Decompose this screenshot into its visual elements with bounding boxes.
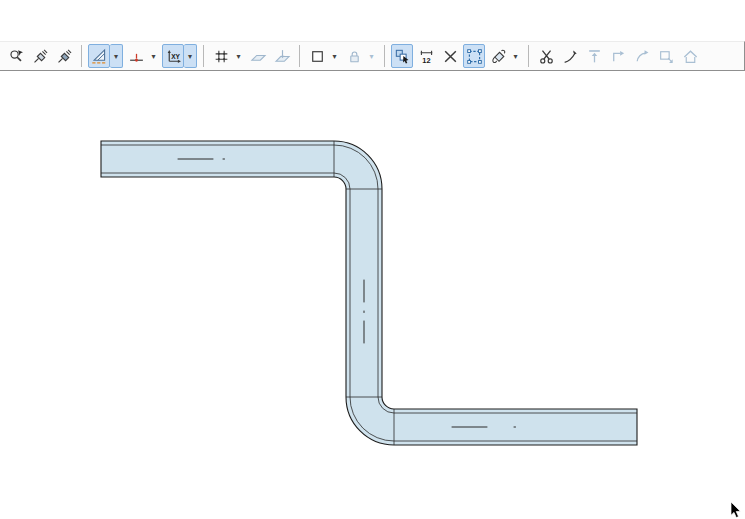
- auto-intersect-dropdown[interactable]: ▾: [328, 44, 341, 68]
- dropdown-arrow-icon: ▾: [151, 52, 155, 61]
- fill-dropdown[interactable]: ▾: [509, 44, 522, 68]
- auto-intersect-combo: ▾: [306, 44, 341, 68]
- square-outline-icon: [309, 48, 326, 65]
- coordinate-input-dropdown[interactable]: ▾: [184, 44, 197, 68]
- dimension-units-icon: 12: [418, 48, 435, 65]
- trim-knife-icon: [562, 48, 579, 65]
- home-view-button[interactable]: [679, 44, 701, 68]
- frame-resize-icon: [658, 48, 675, 65]
- edit-selection-set-button[interactable]: [463, 44, 485, 68]
- corner-arrow-icon: [610, 48, 627, 65]
- fillet-chamfer-button[interactable]: [631, 44, 653, 68]
- trim-button[interactable]: [559, 44, 581, 68]
- dropdown-arrow-icon: ▾: [369, 52, 373, 61]
- pick-up-parameters-button[interactable]: [29, 44, 51, 68]
- find-select-icon: [8, 48, 25, 65]
- inject-parameters-button[interactable]: [53, 44, 75, 68]
- suspend-groups-button[interactable]: [391, 44, 413, 68]
- gravity-icon: [250, 48, 267, 65]
- explode-button[interactable]: [439, 44, 461, 68]
- toolbar-separator: [203, 45, 204, 67]
- coordinate-input-combo: XY ▾: [162, 44, 197, 68]
- drawing-canvas[interactable]: [0, 72, 745, 519]
- toolbar-separator: [81, 45, 82, 67]
- pick-up-parameters-icon: [32, 48, 49, 65]
- guide-lines-dropdown[interactable]: ▾: [110, 44, 123, 68]
- curved-arrow-icon: [634, 48, 651, 65]
- align-top-arrow-icon: [586, 48, 603, 65]
- gravity-button[interactable]: [247, 44, 269, 68]
- fill-button[interactable]: [487, 44, 509, 68]
- inject-parameters-icon: [56, 48, 73, 65]
- snap-guides-combo: ▾: [125, 44, 160, 68]
- edit-selection-set-icon: [466, 48, 483, 65]
- guide-lines-button[interactable]: [88, 44, 110, 68]
- explode-icon: [442, 48, 459, 65]
- guide-lines-combo: ▾: [88, 44, 123, 68]
- duct-body[interactable]: [101, 141, 637, 445]
- fill-combo: ▾: [487, 44, 522, 68]
- lock-combo: ▾: [343, 44, 378, 68]
- extend-corner-button[interactable]: [607, 44, 629, 68]
- main-toolbar: ▾ ▾ XY: [0, 41, 745, 71]
- toolbar-separator: [528, 45, 529, 67]
- dimension-units-button[interactable]: 12: [415, 44, 437, 68]
- gravity-elevation-icon: [274, 48, 291, 65]
- gravity-elevation-button[interactable]: [271, 44, 293, 68]
- xy-label: XY: [171, 53, 180, 60]
- suspend-groups-icon: [394, 48, 411, 65]
- dropdown-arrow-icon: ▾: [188, 52, 192, 61]
- house-icon: [682, 48, 699, 65]
- dropdown-arrow-icon: ▾: [513, 52, 517, 61]
- toolbar-separator: [384, 45, 385, 67]
- application-window: ▾ ▾ XY: [0, 0, 745, 519]
- snap-guides-icon: [128, 48, 145, 65]
- grid-snap-icon: [213, 48, 230, 65]
- mouse-cursor: [730, 502, 742, 519]
- adjust-button[interactable]: [583, 44, 605, 68]
- find-select-button[interactable]: [5, 44, 27, 68]
- lock-button[interactable]: [343, 44, 365, 68]
- coordinate-xy-icon: XY: [165, 48, 182, 65]
- lock-icon: [346, 48, 363, 65]
- coordinate-input-button[interactable]: XY: [162, 44, 184, 68]
- twelve-label: 12: [422, 55, 430, 64]
- dropdown-arrow-icon: ▾: [114, 52, 118, 61]
- snap-guides-dropdown[interactable]: ▾: [147, 44, 160, 68]
- grid-snap-combo: ▾: [210, 44, 245, 68]
- paint-bucket-icon: [490, 48, 507, 65]
- snap-guides-button[interactable]: [125, 44, 147, 68]
- cut-button[interactable]: [535, 44, 557, 68]
- auto-intersect-button[interactable]: [306, 44, 328, 68]
- guide-lines-icon: [91, 48, 108, 65]
- dropdown-arrow-icon: ▾: [332, 52, 336, 61]
- grid-snap-button[interactable]: [210, 44, 232, 68]
- scissors-icon: [538, 48, 555, 65]
- lock-dropdown[interactable]: ▾: [365, 44, 378, 68]
- resize-figure-button[interactable]: [655, 44, 677, 68]
- dropdown-arrow-icon: ▾: [236, 52, 240, 61]
- grid-snap-dropdown[interactable]: ▾: [232, 44, 245, 68]
- toolbar-separator: [299, 45, 300, 67]
